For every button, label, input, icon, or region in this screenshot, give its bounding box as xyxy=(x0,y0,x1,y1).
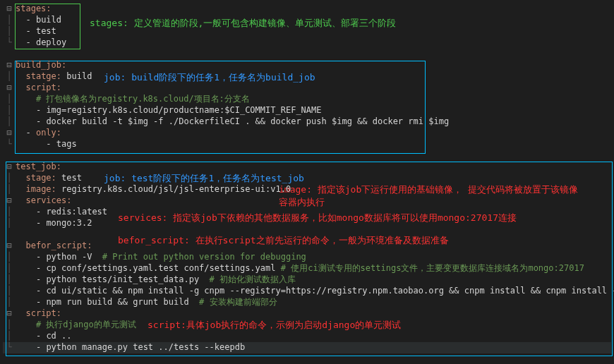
yaml-key: test_job: xyxy=(16,162,61,171)
yaml-comment: # 初始化测试数据入库 xyxy=(199,274,296,284)
fold-icon[interactable]: ⊟ xyxy=(3,3,16,14)
yaml-key: build_job: xyxy=(16,60,66,70)
fold-icon[interactable]: ⊟ xyxy=(3,161,16,172)
yaml-item: cd ui/static && npm install -g cnpm --re… xyxy=(46,286,614,296)
yaml-item: build xyxy=(36,15,61,25)
yaml-item: test xyxy=(36,26,56,36)
yaml-item: python -V xyxy=(46,252,92,262)
fold-icon[interactable]: ⊟ xyxy=(3,195,16,206)
yaml-item: python tests/init_test_data.py xyxy=(46,274,199,284)
yaml-value: registry.k8s.cloud/jsl/jsl-enterprise-ui… xyxy=(61,184,291,194)
yaml-key: stages: xyxy=(16,4,52,13)
fold-icon[interactable]: ⊟ xyxy=(3,82,16,93)
yaml-key: befor_script: xyxy=(25,241,92,250)
fold-icon[interactable]: ⊟ xyxy=(3,127,16,138)
yaml-item: mongo:3.2 xyxy=(46,218,92,228)
yaml-comment: # 使用ci测试专用的settings文件，主要变更数据库连接域名为mongo:… xyxy=(275,263,584,273)
yaml-item: cd .. xyxy=(46,331,71,341)
yaml-item: cp conf/settings.yaml.test conf/settings… xyxy=(46,263,275,273)
yaml-value: test xyxy=(61,173,82,183)
yaml-comment: # 安装构建前端部分 xyxy=(189,297,277,307)
yaml-item: deploy xyxy=(36,37,66,47)
yaml-key: script: xyxy=(25,83,61,92)
fold-icon[interactable]: ⊟ xyxy=(3,308,16,319)
yaml-key: stage: xyxy=(25,173,56,183)
yaml-key: script: xyxy=(25,308,61,318)
yaml-item: python manage.py test ../tests --keepdb xyxy=(46,342,245,352)
yaml-item: docker build -t $img -f ./DockerfileCI .… xyxy=(46,116,449,126)
code-editor: stages: 定义管道的阶段,一般可包含构建镜像、单元测试、部署三个阶段 jo… xyxy=(3,3,611,353)
yaml-key: image: xyxy=(25,184,56,194)
yaml-item: npm run build && grunt build xyxy=(46,297,188,307)
yaml-item: img=registry.k8s.cloud/productname:$CI_C… xyxy=(46,105,321,115)
yaml-item: redis:latest xyxy=(46,207,107,217)
yaml-comment: # 打包镜像名为registry.k8s.cloud/项目名:分支名 xyxy=(36,94,250,104)
yaml-comment: # 执行django的单元测试 xyxy=(36,320,136,329)
yaml-comment: # Print out python version for debugging xyxy=(92,252,306,262)
fold-icon[interactable]: ⊟ xyxy=(3,59,16,71)
yaml-key: services: xyxy=(25,195,71,205)
yaml-value: build xyxy=(66,71,92,81)
yaml-item: tags xyxy=(56,139,77,149)
yaml-key: only: xyxy=(36,128,61,138)
yaml-key: statge: xyxy=(25,71,61,81)
fold-icon[interactable]: ⊟ xyxy=(3,240,16,251)
